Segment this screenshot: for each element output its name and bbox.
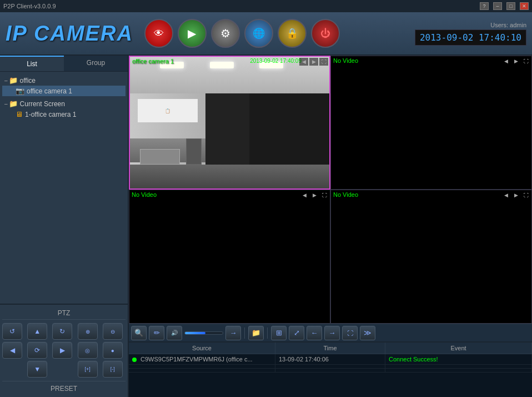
event-row-2 xyxy=(129,365,532,369)
ptz-zoom-in[interactable]: ⊕ xyxy=(78,323,98,340)
screen-folder-icon: 📁 xyxy=(9,100,18,108)
help-button[interactable]: ? xyxy=(480,2,489,10)
toolbar: 👁 ▶ ⚙ 🌐 🔒 ⏻ xyxy=(144,19,415,48)
minimize-button[interactable]: – xyxy=(493,2,502,10)
video-icon-btn-2a[interactable]: ◀ xyxy=(501,57,510,65)
event-cell-3a xyxy=(129,369,275,372)
fullscreen-button[interactable]: ⛶ xyxy=(342,326,358,340)
folder-icon: 📁 xyxy=(9,76,18,85)
pencil-icon: ✏ xyxy=(154,329,160,337)
video-icon-btn-3c[interactable]: ⛶ xyxy=(320,191,329,199)
grid-icon: ⊞ xyxy=(276,329,282,337)
bottom-toolbar: 🔍 ✏ 🔊 → 📁 ⊞ ⤢ xyxy=(129,324,532,341)
video-cell-1[interactable]: office camera 1 2013-09-02 17:40:09 ◀ ▶ … xyxy=(129,56,330,190)
video-grid: office camera 1 2013-09-02 17:40:09 ◀ ▶ … xyxy=(129,56,532,324)
tab-list[interactable]: List xyxy=(0,56,64,71)
video-area: office camera 1 2013-09-02 17:40:09 ◀ ▶ … xyxy=(129,56,532,397)
power-button[interactable]: ⏻ xyxy=(311,19,340,48)
video-cell-2[interactable]: No Video ◀ ▶ ⛶ xyxy=(330,56,532,190)
camera-button[interactable]: 👁 xyxy=(144,19,173,48)
ptz-right[interactable]: ▶ xyxy=(52,342,72,359)
video-icon-btn-3b[interactable]: ▶ xyxy=(310,191,319,199)
video-icons-3: ◀ ▶ ⛶ xyxy=(300,191,329,199)
sidebar-tabs: List Group xyxy=(0,56,128,72)
ptz-iris-close[interactable]: ◎ xyxy=(78,342,98,359)
video-icons-4: ◀ ▶ ⛶ xyxy=(501,191,530,199)
volume-fill xyxy=(185,332,205,334)
event-log-header: Source Time Event xyxy=(129,343,532,354)
video-icon-btn-1a[interactable]: ◀ xyxy=(299,58,308,66)
ptz-down[interactable]: ▼ xyxy=(27,361,47,378)
close-button[interactable]: ✕ xyxy=(520,2,529,10)
ptz-empty-1 xyxy=(2,361,22,378)
separator-2 xyxy=(267,327,268,339)
header: IP CAMERA 👁 ▶ ⚙ 🌐 🔒 ⏻ Users: admin 2013-… xyxy=(0,12,532,56)
expand-icon: – xyxy=(4,77,8,83)
expand-icon: ⤢ xyxy=(294,329,300,337)
ptz-controls: ↺ ▲ ↻ ⊕ ⊖ ◀ ⟳ ▶ ◎ ● ▼ [+] [-] xyxy=(2,323,126,378)
event-cell-2a xyxy=(129,365,275,368)
grid-layout-button[interactable]: ⊞ xyxy=(271,326,287,340)
record-folder-button[interactable]: 📁 xyxy=(248,326,264,340)
folder-icon: 📁 xyxy=(252,329,260,337)
ptz-iris-open[interactable]: ● xyxy=(103,342,123,359)
video-icon-btn-2c[interactable]: ⛶ xyxy=(521,57,530,65)
tree-item-office[interactable]: – 📁 office xyxy=(2,75,126,86)
video-icons-1: ◀ ▶ ⛶ xyxy=(299,58,328,66)
expand-button[interactable]: ⤢ xyxy=(289,326,304,340)
maximize-button[interactable]: □ xyxy=(506,2,515,10)
play-button[interactable]: ▶ xyxy=(178,19,207,48)
next-icon: → xyxy=(329,329,336,337)
zoom-icon: 🔍 xyxy=(134,329,143,337)
sidebar: List Group – 📁 office 📷 office camera 1 … xyxy=(0,56,129,397)
video-label-1: office camera 1 xyxy=(132,58,174,64)
event-cell-2b xyxy=(275,365,385,368)
video-cell-3[interactable]: No Video ◀ ▶ ⛶ xyxy=(129,190,330,324)
ptz-focus-near[interactable]: [+] xyxy=(78,361,98,378)
tab-group[interactable]: Group xyxy=(64,56,128,71)
more-button[interactable]: ≫ xyxy=(360,326,375,340)
datetime-display: 2013-09-02 17:40:10 xyxy=(415,29,526,46)
prev-button[interactable]: ← xyxy=(307,326,322,340)
ptz-zoom-out[interactable]: ⊖ xyxy=(103,323,123,340)
play-icon: ▶ xyxy=(188,27,196,40)
zoom-button[interactable]: 🔍 xyxy=(131,326,147,340)
header-user-info: Users: admin 2013-09-02 17:40:10 xyxy=(415,22,526,46)
video-cell-4[interactable]: No Video ◀ ▶ ⛶ xyxy=(330,190,532,324)
video-icon-btn-3a[interactable]: ◀ xyxy=(300,191,309,199)
video-icon-btn-4b[interactable]: ▶ xyxy=(511,191,520,199)
ptz-left[interactable]: ◀ xyxy=(2,342,22,359)
network-button[interactable]: 🌐 xyxy=(244,19,273,48)
settings-button[interactable]: ⚙ xyxy=(211,19,240,48)
ptz-up[interactable]: ▲ xyxy=(27,323,47,340)
video-icon-btn-1b[interactable]: ▶ xyxy=(309,58,318,66)
volume-button[interactable]: 🔊 xyxy=(167,326,182,340)
event-cell-3c xyxy=(385,369,532,372)
stream-button[interactable]: → xyxy=(225,326,241,340)
separator-1 xyxy=(244,327,245,339)
tree-item-office-camera-1[interactable]: 📷 office camera 1 xyxy=(2,86,126,96)
tree-item-1-office-camera-1[interactable]: 🖥 1-office camera 1 xyxy=(2,109,126,120)
app-title: P2P Client-v3.0.0.9 xyxy=(3,3,56,9)
volume-slider[interactable] xyxy=(184,331,223,335)
ptz-title: PTZ xyxy=(2,307,126,320)
next-button[interactable]: → xyxy=(324,326,340,340)
event-row-3 xyxy=(129,369,532,373)
video-icon-btn-2b[interactable]: ▶ xyxy=(511,57,520,65)
video-icon-btn-4c[interactable]: ⛶ xyxy=(521,191,530,199)
video-icon-btn-4a[interactable]: ◀ xyxy=(501,191,510,199)
ptz-focus-far[interactable]: [-] xyxy=(103,361,123,378)
video-icon-btn-1c[interactable]: ⛶ xyxy=(319,58,328,66)
ptz-rotate-cw[interactable]: ↻ xyxy=(52,323,72,340)
camera-icon: 👁 xyxy=(154,28,164,39)
ptz-rotate-ccw[interactable]: ↺ xyxy=(2,323,22,340)
event-cell-3b xyxy=(275,369,385,372)
event-col-time: Time xyxy=(275,343,385,354)
ptz-home[interactable]: ⟳ xyxy=(27,342,47,359)
video-timestamp-1: 2013-09-02 17:40:09 xyxy=(250,58,302,64)
lock-button[interactable]: 🔒 xyxy=(278,19,307,48)
tree-item-current-screen[interactable]: – 📁 Current Screen xyxy=(2,98,126,109)
event-row-1: C9WS9C5P1MFZVMPWMR6J (office c... 13-09-… xyxy=(129,354,532,365)
draw-button[interactable]: ✏ xyxy=(149,326,164,340)
video-icons-2: ◀ ▶ ⛶ xyxy=(501,57,530,65)
